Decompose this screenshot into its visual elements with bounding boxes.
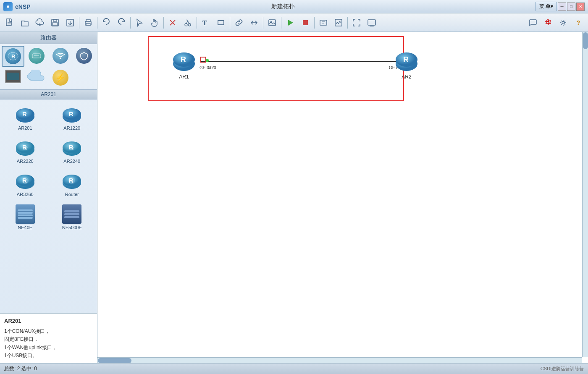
text-button[interactable]: T (199, 16, 213, 30)
device-item-ne40e[interactable]: NE40E (3, 201, 48, 233)
topology-canvas[interactable]: GE 0/0/0 GE 0/0/0 (97, 32, 582, 357)
device-label-ar3260: AR3260 (17, 192, 34, 197)
device-label-ar201: AR201 (18, 126, 32, 131)
sep7 (263, 17, 263, 29)
redo-button[interactable] (114, 16, 129, 30)
toolbar-right: 华 ? (526, 16, 585, 30)
toolbar: T 华 ? (0, 13, 588, 32)
status-bar: 总数: 2 选中: 0 CSDI进阶运营训练营 (0, 363, 588, 374)
svg-line-17 (186, 20, 188, 21)
app-logo: e eNSP (3, 2, 31, 11)
device-label-ne40e: NE40E (18, 225, 32, 230)
svg-text:R: R (403, 55, 409, 64)
category-router[interactable]: R (2, 46, 24, 67)
device-item-ne5000e[interactable]: NE5000E (50, 201, 95, 233)
sep9 (314, 17, 315, 29)
window-title: 新建拓扑 (271, 3, 295, 10)
category-monitor[interactable] (2, 68, 24, 88)
bolt-category-icon: ⚡ (52, 70, 68, 86)
play-button[interactable] (283, 16, 297, 30)
device-list[interactable]: R AR201 R AR1220 (0, 99, 97, 313)
title-bar: e eNSP 新建拓扑 菜 单▾ ─ □ ✕ (0, 0, 588, 13)
device-item-ar1220[interactable]: R AR1220 (50, 102, 95, 133)
category-wireless[interactable] (49, 46, 72, 67)
svg-text:R: R (69, 110, 74, 118)
sep1 (79, 17, 79, 29)
scroll-thumb-v[interactable] (583, 32, 588, 49)
settings-button[interactable] (556, 16, 570, 30)
close-button[interactable]: ✕ (576, 3, 585, 11)
switch-category-icon (29, 48, 45, 64)
window-controls: 菜 单▾ ─ □ ✕ (536, 2, 585, 11)
device-item-ar2240[interactable]: R AR2240 (50, 135, 95, 167)
left-panel: 路由器 R (0, 32, 97, 363)
device-label-router: Router (65, 192, 79, 197)
screen-button[interactable] (365, 16, 379, 30)
wireless-category-icon (52, 48, 68, 64)
category-icons: R (0, 44, 97, 89)
capture-button[interactable] (316, 16, 331, 30)
svg-text:R: R (69, 144, 74, 151)
delete-button[interactable] (165, 16, 180, 30)
device-item-router[interactable]: R Router (50, 168, 95, 200)
chat-button[interactable] (526, 16, 540, 30)
svg-rect-0 (6, 19, 11, 26)
svg-point-30 (562, 21, 564, 24)
device-grid: R AR201 R AR1220 (0, 99, 97, 235)
sep10 (347, 17, 348, 29)
svg-text:R: R (22, 144, 27, 151)
svg-point-35 (60, 58, 61, 59)
print-button[interactable] (81, 16, 95, 30)
device-label-ar2220: AR2220 (17, 159, 34, 164)
device-item-ar2220[interactable]: R AR2220 (3, 135, 48, 167)
device-category-label: AR201 (0, 89, 97, 99)
scroll-thumb-h[interactable] (98, 358, 131, 363)
category-bolt[interactable]: ⚡ (49, 68, 72, 88)
node-ar1[interactable]: R AR1 (171, 48, 197, 80)
svg-rect-6 (52, 23, 58, 26)
sep8 (281, 17, 281, 29)
maximize-button[interactable]: □ (567, 3, 575, 11)
fullscreen-button[interactable] (349, 16, 364, 30)
credit-text: CSDI进阶运营训练营 (541, 366, 584, 372)
category-cloud[interactable] (25, 68, 48, 88)
category-security[interactable] (73, 46, 95, 67)
device-item-ar201[interactable]: R AR201 (3, 102, 48, 133)
link-button[interactable] (232, 16, 246, 30)
open-button[interactable] (18, 16, 32, 30)
device-label-ar2240: AR2240 (63, 159, 80, 164)
device-label-ar1220: AR1220 (63, 126, 80, 131)
rectangle-button[interactable] (214, 16, 228, 30)
link2-button[interactable] (247, 16, 261, 30)
node-label-ar1: AR1 (179, 74, 189, 80)
canvas-area[interactable]: GE 0/0/0 GE 0/0/0 (97, 32, 588, 363)
monitor-category-icon (5, 70, 21, 83)
stop-button[interactable] (298, 16, 312, 30)
import-button[interactable] (63, 16, 77, 30)
panel-title: 路由器 (0, 32, 97, 44)
save-cloud-button[interactable] (33, 16, 47, 30)
desc-text: 1个CON/AUX接口，固定8FE接口，1个WAN侧uplink接口，1个USB… (4, 327, 93, 360)
capture2-button[interactable] (331, 16, 346, 30)
huawei-button[interactable]: 华 (541, 16, 555, 30)
new-button[interactable] (3, 16, 17, 30)
device-item-ar3260[interactable]: R AR3260 (3, 168, 48, 200)
canvas-scrollbar-h[interactable] (97, 357, 582, 363)
node-ar2[interactable]: R AR2 (394, 48, 419, 80)
image-button[interactable] (265, 16, 279, 30)
minimize-button[interactable]: ─ (558, 3, 566, 11)
svg-rect-10 (86, 24, 90, 25)
svg-rect-19 (218, 21, 224, 25)
select-button[interactable] (132, 16, 147, 30)
menu-button[interactable]: 菜 单▾ (536, 2, 557, 11)
svg-text:T: T (202, 19, 207, 26)
svg-rect-24 (320, 20, 327, 25)
save-button[interactable] (48, 16, 62, 30)
canvas-scrollbar-v[interactable] (582, 32, 588, 357)
category-switch[interactable] (25, 46, 48, 67)
undo-button[interactable] (99, 16, 113, 30)
connection-line (200, 61, 404, 62)
hand-button[interactable] (147, 16, 162, 30)
cut-button[interactable] (181, 16, 195, 30)
help-button[interactable]: ? (571, 16, 585, 30)
